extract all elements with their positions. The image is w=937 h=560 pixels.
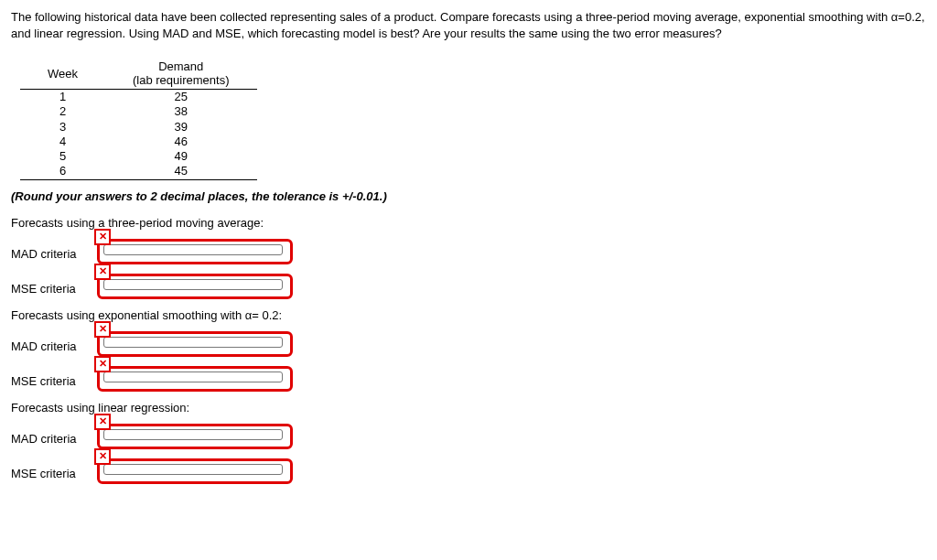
- criteria-label: MSE criteria: [11, 273, 93, 296]
- row-lr-mse: MSE criteria ✕: [11, 453, 926, 486]
- cell-week: 6: [20, 164, 105, 179]
- row-ma-mse: MSE criteria ✕: [11, 268, 926, 301]
- cell-demand: 38: [105, 104, 257, 119]
- row-ma-mad: MAD criteria ✕: [11, 233, 926, 266]
- wrong-icon: ✕: [94, 321, 111, 338]
- answer-box: ✕: [93, 270, 293, 299]
- demand-header-line2: (lab requirements): [133, 73, 230, 87]
- cell-demand: 25: [105, 90, 257, 105]
- problem-text: The following historical data have been …: [11, 9, 926, 41]
- answer-field-wrap: [97, 274, 293, 299]
- row-es-mse: MSE criteria ✕: [11, 361, 926, 393]
- table-row: 446: [20, 135, 257, 149]
- wrong-icon: ✕: [94, 229, 111, 245]
- wrong-icon: ✕: [94, 264, 111, 280]
- col-demand-header: Demand (lab requirements): [105, 58, 257, 90]
- table-row: 549: [20, 149, 257, 164]
- answer-field-wrap: [97, 239, 293, 264]
- answer-field-wrap: [97, 331, 293, 357]
- table-row: 125: [20, 90, 257, 105]
- rounding-instruction: (Round your answers to 2 decimal places,…: [11, 189, 926, 203]
- criteria-label: MAD criteria: [11, 238, 93, 261]
- demand-header-line1: Demand: [133, 59, 230, 73]
- answer-box: ✕: [93, 420, 293, 449]
- cell-week: 1: [20, 90, 105, 105]
- answer-field-wrap: [97, 424, 293, 449]
- cell-week: 3: [20, 120, 105, 135]
- cell-demand: 49: [105, 149, 257, 164]
- section-ma-label: Forecasts using a three-period moving av…: [11, 216, 926, 230]
- section-es-label: Forecasts using exponential smoothing wi…: [11, 308, 926, 322]
- criteria-label: MAD criteria: [11, 330, 93, 353]
- cell-week: 4: [20, 135, 105, 149]
- es-mse-input[interactable]: [103, 372, 283, 382]
- data-table: Week Demand (lab requirements) 125 238 3…: [20, 58, 257, 180]
- lr-mse-input[interactable]: [103, 464, 283, 475]
- answer-field-wrap: [97, 366, 293, 392]
- wrong-icon: ✕: [94, 414, 111, 430]
- table-row: 238: [20, 104, 257, 119]
- cell-demand: 45: [105, 164, 257, 179]
- cell-demand: 39: [105, 120, 257, 135]
- es-mad-input[interactable]: [103, 337, 283, 348]
- ma-mse-input[interactable]: [103, 279, 283, 290]
- answer-box: ✕: [93, 328, 293, 357]
- answer-box: ✕: [93, 455, 293, 484]
- wrong-icon: ✕: [94, 356, 111, 372]
- table-row: 339: [20, 120, 257, 135]
- cell-week: 2: [20, 104, 105, 119]
- lr-mad-input[interactable]: [103, 429, 283, 440]
- wrong-icon: ✕: [94, 448, 111, 465]
- col-week-header: Week: [20, 58, 105, 90]
- criteria-label: MAD criteria: [11, 423, 93, 446]
- answer-box: ✕: [93, 235, 293, 264]
- answer-field-wrap: [97, 458, 293, 484]
- criteria-label: MSE criteria: [11, 365, 93, 388]
- answer-box: ✕: [93, 362, 293, 392]
- criteria-label: MSE criteria: [11, 458, 93, 480]
- section-lr-label: Forecasts using linear regression:: [11, 401, 926, 415]
- ma-mad-input[interactable]: [103, 244, 283, 255]
- row-lr-mad: MAD criteria ✕: [11, 418, 926, 451]
- table-row: 645: [20, 164, 257, 179]
- cell-demand: 46: [105, 135, 257, 149]
- cell-week: 5: [20, 149, 105, 164]
- row-es-mad: MAD criteria ✕: [11, 326, 926, 359]
